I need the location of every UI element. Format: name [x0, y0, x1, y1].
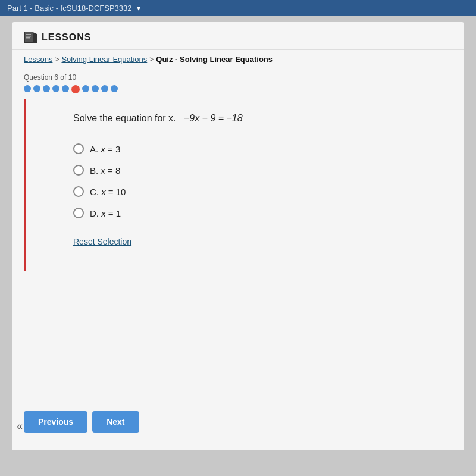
option-item-c[interactable]: C. x = 10: [73, 186, 416, 197]
chevron-down-icon: ▾: [137, 4, 140, 12]
book-icon: [24, 32, 37, 43]
progress-dot-10: [111, 85, 118, 92]
equation: −9x − 9 = −18: [184, 113, 243, 123]
previous-button[interactable]: Previous: [24, 411, 87, 433]
progress-dot-6: [71, 85, 80, 93]
progress-dot-8: [92, 85, 99, 92]
progress-section: Question 6 of 10: [12, 68, 464, 93]
question-intro: Solve the equation for x.: [73, 113, 181, 123]
option-label-c: C. x = 10: [90, 187, 126, 197]
progress-dot-5: [62, 85, 69, 92]
progress-dot-9: [101, 85, 108, 92]
svg-rect-2: [26, 34, 31, 35]
progress-dot-1: [24, 85, 31, 92]
main-container: LESSONS Lessons > Solving Linear Equatio…: [12, 22, 464, 450]
breadcrumb-solving-link[interactable]: Solving Linear Equations: [61, 55, 147, 64]
options-list: A. x = 3B. x = 8C. x = 10D. x = 1: [73, 143, 416, 218]
next-button[interactable]: Next: [92, 411, 139, 433]
double-chevron-icon[interactable]: «: [17, 420, 23, 433]
top-bar-title: Part 1 - Basic - fcSU18-DCFSP3332: [7, 4, 132, 12]
svg-rect-4: [26, 37, 30, 39]
question-text: Solve the equation for x. −9x − 9 = −18: [73, 111, 416, 126]
breadcrumb: Lessons > Solving Linear Equations > Qui…: [12, 50, 464, 68]
option-item-a[interactable]: A. x = 3: [73, 143, 416, 154]
breadcrumb-current: Quiz - Solving Linear Equations: [156, 55, 273, 64]
lessons-header: LESSONS: [12, 22, 464, 50]
svg-rect-1: [25, 32, 33, 42]
option-item-b[interactable]: B. x = 8: [73, 165, 416, 176]
progress-dot-7: [82, 85, 89, 92]
breadcrumb-sep1: >: [55, 55, 59, 64]
option-label-b: B. x = 8: [90, 165, 120, 176]
option-item-d[interactable]: D. x = 1: [73, 208, 416, 218]
bottom-nav: Previous Next: [24, 411, 139, 433]
content-area: Solve the equation for x. −9x − 9 = −18 …: [24, 99, 452, 271]
lessons-title: LESSONS: [42, 32, 91, 43]
option-radio-a[interactable]: [73, 143, 84, 154]
progress-dot-3: [43, 85, 50, 92]
option-label-a: A. x = 3: [90, 144, 120, 154]
option-label-d: D. x = 1: [90, 208, 121, 218]
progress-dots: [24, 85, 262, 93]
option-radio-b[interactable]: [73, 165, 84, 176]
question-label: Question 6 of 10: [24, 73, 452, 82]
breadcrumb-lessons-link[interactable]: Lessons: [24, 55, 52, 64]
option-radio-c[interactable]: [73, 186, 84, 197]
reset-selection-link[interactable]: Reset Selection: [73, 237, 131, 246]
top-bar: Part 1 - Basic - fcSU18-DCFSP3332 ▾: [0, 0, 476, 16]
progress-dot-4: [52, 85, 60, 92]
breadcrumb-sep2: >: [149, 55, 154, 64]
reset-selection-container: Reset Selection: [73, 236, 416, 247]
option-radio-d[interactable]: [73, 208, 84, 218]
progress-dot-2: [33, 85, 40, 92]
svg-rect-3: [26, 36, 31, 37]
